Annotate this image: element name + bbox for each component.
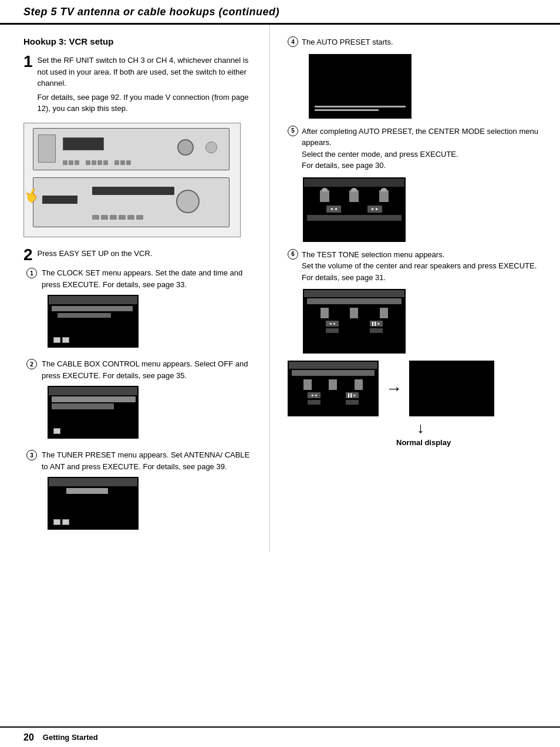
step-2-text: Press EASY SET UP on the VCR. [38,248,252,262]
section-title: Hookup 3: VCR setup [23,36,252,46]
right-substep-6-number: 6 [288,249,298,260]
sub-step-2-content: The CABLE BOX CONTROL menu appears. Sele… [42,358,252,441]
vcr-play-buttons [92,215,143,220]
amp-unit [33,128,230,170]
vcr-dial [176,190,200,213]
test-tone-large-screen-wrapper: ◄◄ ▌▌► [303,289,542,354]
tt-bb-s2 [346,400,359,405]
cm-controls: ◄◄ ►► [304,202,404,213]
sub-step-1-text: The CLOCK SET menu appears. Set the date… [42,267,252,290]
tt-bb-s1 [308,400,321,405]
tt-bb-1 [326,328,339,333]
right-substep-5-content: After completing AUTO PRESET, the CENTER… [302,126,542,171]
content-area: Hookup 3: VCR setup 1 Set the RF UNIT sw… [0,25,560,552]
amp-knob1 [177,139,194,156]
spk-center [349,190,359,202]
amp-display [63,137,104,150]
page-container: Step 5 TV antenna or cable hookups (cont… [0,0,560,747]
step-1: 1 Set the RF UNIT switch to CH 3 or CH 4… [23,55,252,117]
right-arrow-icon: → [386,379,402,398]
auto-preset-screen [309,54,411,119]
step-2-number: 2 [23,247,33,263]
sub-step-3-number: 3 [26,450,37,460]
tt-prev-s: ◄◄ [308,392,321,398]
normal-display-text: Normal display [396,438,451,447]
getting-started-label: Getting Started [43,733,98,742]
step-1-number: 1 [23,53,33,70]
sub-step-2-text: The CABLE BOX CONTROL menu appears. Sele… [42,358,252,381]
tuner-preset-screen [48,477,139,530]
cable-box-screen [48,386,139,439]
tt-next: ▌▌► [370,321,383,327]
right-column: 4 The AUTO PRESET starts. 5 After comple… [270,25,560,552]
bottom-bar: 20 Getting Started [0,726,560,747]
speaker-icons [304,187,404,202]
tt-controls-small: ◄◄ ▌▌► [289,390,377,398]
test-tone-small-screen: ◄◄ ▌▌► [288,361,379,416]
right-substep-5-number: 5 [288,126,298,136]
right-substep-6-content: The TEST TONE selection menu appears. Se… [302,249,542,284]
left-column: Hookup 3: VCR setup 1 Set the RF UNIT sw… [0,25,270,552]
right-sub-step-4: 4 The AUTO PRESET starts. [288,36,542,48]
sub-step-2-number: 2 [26,359,37,369]
two-screens-row: ◄◄ ▌▌► → [288,361,542,416]
normal-display-screen [409,361,494,416]
right-sub-step-6: 6 The TEST TONE selection menu appears. … [288,249,542,284]
page-header: Step 5 TV antenna or cable hookups (cont… [0,0,560,25]
right-substep-4-number: 4 [288,36,298,47]
spk-right [379,190,389,202]
center-mode-screen-wrapper: ◄◄ ►► [303,177,542,242]
spk-left [320,190,329,202]
center-mode-screen: ◄◄ ►► [303,177,406,242]
test-tone-large-screen: ◄◄ ▌▌► [303,289,406,354]
amp-buttons [63,160,131,165]
amp-knob2 [205,142,217,153]
clock-set-screen [48,295,139,348]
tt-controls: ◄◄ ▌▌► [304,318,404,327]
device-image: 👆 [23,123,241,237]
page-title: Step 5 TV antenna or cable hookups (cont… [23,6,537,18]
tt-bb-2 [370,328,383,333]
tt-spk-3 [380,308,388,318]
tt-spk-s2 [329,379,337,390]
tt-bottom-small [289,398,377,405]
sub-step-3: 3 The TUNER PRESET menu appears. Set ANT… [26,449,252,532]
step-1-text: Set the RF UNIT switch to CH 3 or CH 4, … [38,55,252,117]
sub-step-1: 1 The CLOCK SET menu appears. Set the da… [26,267,252,350]
sub-step-3-content: The TUNER PRESET menu appears. Set ANTEN… [42,449,252,532]
tt-prev: ◄◄ [326,321,339,327]
sub-step-3-text: The TUNER PRESET menu appears. Set ANTEN… [42,449,252,472]
down-arrow-icon: ↓ [288,419,542,437]
sub-step-1-number: 1 [26,268,37,278]
auto-preset-lines [315,106,406,113]
sub-steps-list: 1 The CLOCK SET menu appears. Set the da… [26,267,252,532]
cm-bottom-bar [307,215,402,221]
tt-bottom [304,327,404,333]
auto-preset-screen-wrapper [303,54,542,119]
tt-spk-1 [321,308,329,318]
normal-display-label: Normal display [288,438,542,447]
page-number: 20 [23,732,34,743]
vcr-unit [33,177,230,227]
sub-step-1-content: The CLOCK SET menu appears. Set the date… [42,267,252,350]
tt-spk-2 [350,308,358,318]
vcr-display2 [42,196,77,204]
right-substep-4-text: The AUTO PRESET starts. [302,36,542,48]
tt-speakers-small [289,377,377,390]
tt-next-s: ▌▌► [346,392,359,398]
cm-prev: ◄◄ [326,206,341,213]
right-sub-step-5: 5 After completing AUTO PRESET, the CENT… [288,126,542,171]
amp-left-panel [38,134,56,163]
tt-spk-s3 [355,379,363,390]
tt-speakers [304,305,404,318]
sub-step-2: 2 The CABLE BOX CONTROL menu appears. Se… [26,358,252,441]
cm-next: ►► [367,206,382,213]
step-2: 2 Press EASY SET UP on the VCR. [23,248,252,262]
vcr-tape-slot [92,187,174,195]
tt-spk-s1 [303,379,312,390]
